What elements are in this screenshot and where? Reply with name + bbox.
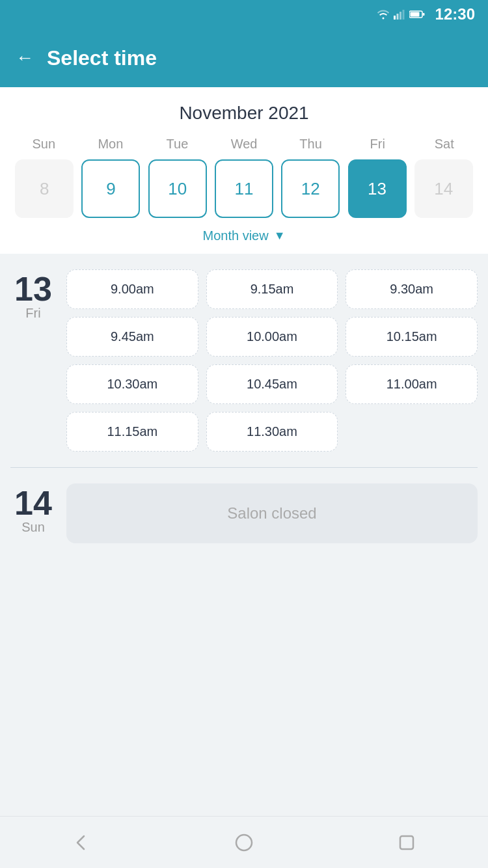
svg-rect-5 <box>410 12 419 17</box>
day-9[interactable]: 9 <box>81 159 140 218</box>
month-year-label: November 2021 <box>10 103 478 124</box>
time-slot-930am[interactable]: 9.30am <box>346 269 478 309</box>
page-title: Select time <box>47 46 157 70</box>
wifi-icon <box>377 9 390 20</box>
time-slot-1115am[interactable]: 11.15am <box>66 412 198 452</box>
days-row: 8 9 10 11 12 13 14 <box>10 159 478 218</box>
svg-rect-8 <box>400 836 413 849</box>
day-divider <box>10 467 478 468</box>
app-header: ← Select time <box>0 29 488 87</box>
month-view-toggle[interactable]: Month view ▼ <box>10 228 478 243</box>
svg-rect-1 <box>396 14 398 20</box>
recent-nav-button[interactable] <box>392 828 421 857</box>
time-slot-1015am[interactable]: 10.15am <box>346 317 478 357</box>
weekday-mon: Mon <box>77 137 144 152</box>
signal-icon <box>394 9 405 20</box>
svg-rect-6 <box>422 13 424 16</box>
nav-bar <box>0 816 488 868</box>
weekday-row: Sun Mon Tue Wed Thu Fri Sat <box>10 137 478 152</box>
day-number-14: 14 <box>14 486 52 520</box>
weekday-tue: Tue <box>144 137 211 152</box>
home-nav-button[interactable] <box>230 828 258 857</box>
time-slot-945am[interactable]: 9.45am <box>66 317 198 357</box>
time-slot-1045am[interactable]: 10.45am <box>206 364 338 404</box>
time-slot-1000am[interactable]: 10.00am <box>206 317 338 357</box>
status-icons <box>377 9 425 20</box>
weekday-fri: Fri <box>344 137 411 152</box>
day-name-sun: Sun <box>21 520 45 535</box>
svg-rect-3 <box>402 10 404 20</box>
day-label-14: 14 Sun <box>10 483 56 543</box>
back-button[interactable]: ← <box>16 47 34 68</box>
day-11[interactable]: 11 <box>215 159 273 218</box>
weekday-sun: Sun <box>10 137 77 152</box>
schedule-section: 13 Fri 9.00am 9.15am 9.30am 9.45am 10.00… <box>0 254 488 575</box>
day-13[interactable]: 13 <box>348 159 407 218</box>
weekday-thu: Thu <box>277 137 344 152</box>
day-number-13: 13 <box>14 272 52 306</box>
svg-point-7 <box>236 835 252 850</box>
svg-rect-0 <box>394 16 396 20</box>
time-slot-915am[interactable]: 9.15am <box>206 269 338 309</box>
day-10[interactable]: 10 <box>148 159 207 218</box>
day-block-14: 14 Sun Salon closed <box>10 483 478 543</box>
svg-rect-2 <box>400 12 401 20</box>
weekday-wed: Wed <box>211 137 278 152</box>
chevron-down-icon: ▼ <box>274 229 286 243</box>
home-nav-icon <box>234 832 254 853</box>
time-slot-1130am[interactable]: 11.30am <box>206 412 338 452</box>
calendar-section: November 2021 Sun Mon Tue Wed Thu Fri Sa… <box>0 87 488 254</box>
month-view-label: Month view <box>203 228 269 243</box>
salon-closed-notice: Salon closed <box>66 483 478 543</box>
time-slots-grid-13: 9.00am 9.15am 9.30am 9.45am 10.00am 10.1… <box>66 269 478 452</box>
time-slot-900am[interactable]: 9.00am <box>66 269 198 309</box>
back-nav-icon <box>71 832 92 853</box>
day-12[interactable]: 12 <box>281 159 340 218</box>
recent-nav-icon <box>396 832 417 853</box>
time-slot-1100am[interactable]: 11.00am <box>346 364 478 404</box>
day-name-fri: Fri <box>25 306 40 321</box>
day-8[interactable]: 8 <box>15 159 74 218</box>
status-time: 12:30 <box>435 5 475 23</box>
day-14[interactable]: 14 <box>414 159 473 218</box>
day-block-13: 13 Fri 9.00am 9.15am 9.30am 9.45am 10.00… <box>10 269 478 452</box>
back-nav-button[interactable] <box>67 828 96 857</box>
battery-icon <box>409 10 425 19</box>
time-slot-1030am[interactable]: 10.30am <box>66 364 198 404</box>
day-label-13: 13 Fri <box>10 269 56 452</box>
weekday-sat: Sat <box>411 137 478 152</box>
status-bar: 12:30 <box>0 0 488 29</box>
